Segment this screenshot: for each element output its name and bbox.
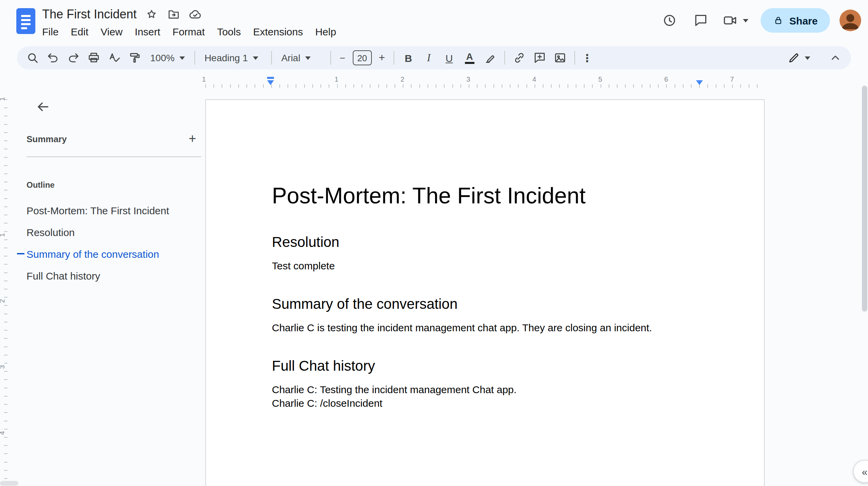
undo-icon[interactable]	[43, 48, 63, 67]
toolbar-separator	[394, 51, 394, 65]
redo-icon[interactable]	[63, 48, 84, 67]
outline-list: Post-Mortem: The First Incident Resoluti…	[10, 199, 207, 286]
header-actions: Share	[656, 7, 863, 34]
vertical-scrollbar-thumb[interactable]	[862, 86, 867, 312]
italic-button[interactable]: I	[419, 48, 439, 67]
first-line-indent-marker[interactable]	[267, 77, 274, 79]
insert-link-icon[interactable]	[509, 48, 530, 67]
document-page[interactable]: Post-Mortem: The First Incident Resoluti…	[205, 99, 765, 486]
title-block: The First Incident File Edit View Insert…	[42, 5, 342, 39]
paragraph-style-select[interactable]: Heading 1	[199, 48, 267, 67]
doc-paragraph[interactable]: Charlie C: /closeIncident	[272, 397, 698, 410]
doc-paragraph[interactable]: Charlie C is testing the incident manage…	[272, 321, 698, 335]
doc-heading-chat-history[interactable]: Full Chat history	[272, 356, 698, 375]
zoom-select[interactable]: 100%	[145, 48, 190, 67]
spellcheck-icon[interactable]	[104, 48, 124, 67]
share-label: Share	[789, 15, 818, 26]
move-folder-icon[interactable]	[167, 7, 180, 21]
close-outline-icon[interactable]	[29, 93, 56, 120]
menu-edit[interactable]: Edit	[65, 24, 94, 39]
menu-extensions[interactable]: Extensions	[247, 24, 309, 39]
menu-insert[interactable]: Insert	[129, 24, 167, 39]
doc-heading-resolution[interactable]: Resolution	[272, 233, 698, 251]
editing-mode-caret-icon	[805, 56, 810, 60]
font-family-value: Arial	[281, 52, 300, 63]
panel-divider	[27, 156, 201, 157]
toolbar-separator	[271, 51, 272, 65]
video-dropdown-caret-icon[interactable]	[743, 19, 749, 22]
menu-format[interactable]: Format	[167, 24, 211, 39]
font-family-select[interactable]: Arial	[276, 48, 326, 67]
paint-format-icon[interactable]	[124, 48, 145, 67]
toolbar-right-group	[782, 48, 846, 67]
collapse-side-panel-button[interactable]: «	[853, 460, 868, 483]
ruler-ticks	[205, 84, 765, 88]
print-icon[interactable]	[84, 48, 104, 67]
version-history-icon[interactable]	[656, 7, 683, 34]
outline-label: Outline	[27, 180, 55, 190]
add-comment-icon[interactable]	[530, 48, 550, 67]
horizontal-scrollbar-thumb[interactable]	[0, 481, 18, 485]
toolbar-separator	[574, 51, 575, 65]
docs-logo-icon[interactable]	[16, 8, 35, 34]
menu-file[interactable]: File	[36, 24, 65, 39]
summary-label: Summary	[27, 134, 67, 144]
ruler-ticks	[4, 99, 7, 486]
hide-menus-icon[interactable]	[825, 48, 846, 67]
text-color-button[interactable]: A	[459, 48, 480, 67]
right-indent-marker[interactable]	[696, 80, 703, 85]
doc-heading-summary[interactable]: Summary of the conversation	[272, 295, 698, 313]
add-summary-button[interactable]: +	[184, 130, 201, 148]
google-docs-app: The First Incident File Edit View Insert…	[0, 0, 868, 486]
more-options-button[interactable]: ⋮	[579, 48, 595, 67]
menu-view[interactable]: View	[94, 24, 129, 39]
zoom-value: 100%	[150, 52, 175, 63]
summary-section: Summary +	[27, 129, 201, 148]
increase-font-size-button[interactable]: +	[375, 48, 389, 67]
left-indent-marker[interactable]	[267, 80, 274, 85]
style-caret-icon	[253, 56, 258, 60]
doc-paragraph[interactable]: Test complete	[272, 259, 698, 273]
editing-mode-select[interactable]	[782, 48, 816, 67]
toolbar: 100% Heading 1 Arial − 20 + B I U	[17, 46, 851, 69]
toolbar-separator	[330, 51, 331, 65]
toolbar-separator	[194, 51, 195, 65]
vertical-scrollbar	[861, 80, 867, 483]
doc-heading-title[interactable]: Post-Mortem: The First Incident	[272, 181, 698, 211]
comments-icon[interactable]	[688, 7, 715, 34]
insert-image-icon[interactable]	[550, 48, 570, 67]
font-size-value[interactable]: 20	[353, 50, 372, 65]
outline-panel: Summary + Outline Post-Mortem: The First…	[10, 86, 207, 486]
document-title[interactable]: The First Incident	[42, 7, 137, 21]
video-camera-icon[interactable]	[719, 7, 742, 34]
underline-button[interactable]: U	[439, 48, 459, 67]
menu-tools[interactable]: Tools	[211, 24, 247, 39]
outline-item-active[interactable]: Summary of the conversation	[10, 243, 207, 265]
font-caret-icon	[305, 56, 311, 60]
menu-bar: File Edit View Insert Format Tools Exten…	[36, 24, 342, 39]
title-row: The First Incident	[42, 5, 342, 23]
toolbar-separator	[504, 51, 505, 65]
outline-item[interactable]: Resolution	[10, 221, 207, 243]
pencil-icon	[787, 51, 800, 64]
share-button[interactable]: Share	[761, 8, 830, 33]
doc-paragraph[interactable]: Charlie C: Testing the incident manageme…	[272, 383, 698, 397]
active-indicator	[17, 253, 24, 254]
avatar[interactable]	[839, 10, 861, 31]
top-bar: The First Incident File Edit View Insert…	[0, 0, 868, 42]
join-call-button[interactable]	[719, 7, 751, 34]
bold-button[interactable]: B	[398, 48, 419, 67]
paragraph-style-value: Heading 1	[205, 52, 248, 63]
star-icon[interactable]	[145, 7, 158, 21]
cloud-status-icon[interactable]	[188, 7, 202, 21]
outline-item[interactable]: Full Chat history	[10, 265, 207, 286]
highlight-color-icon[interactable]	[480, 48, 500, 67]
outline-item[interactable]: Post-Mortem: The First Incident	[10, 199, 207, 221]
zoom-caret-icon	[179, 56, 185, 60]
menu-help[interactable]: Help	[309, 24, 342, 39]
decrease-font-size-button[interactable]: −	[335, 48, 350, 67]
vertical-ruler: 1 1 2 3 4	[0, 86, 10, 486]
search-menus-icon[interactable]	[22, 48, 43, 67]
